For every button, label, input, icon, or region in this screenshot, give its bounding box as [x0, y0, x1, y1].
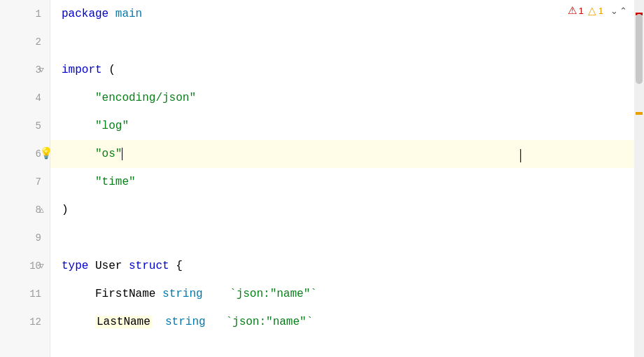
- warning-badge[interactable]: △ 1: [588, 4, 603, 17]
- fold-icon-3[interactable]: ▽: [39, 56, 44, 84]
- token-space: [155, 288, 162, 300]
- line-num-7: 7: [0, 168, 50, 196]
- navigation-arrows: ⌄ ⌃: [610, 6, 627, 16]
- fold-icon-10[interactable]: ▽: [39, 252, 44, 280]
- prev-issue-arrow[interactable]: ⌄: [610, 6, 618, 16]
- token-paren-close: ): [62, 204, 69, 216]
- scroll-warning-marker: [636, 112, 643, 115]
- token-paren-open: (: [102, 64, 115, 76]
- next-issue-arrow[interactable]: ⌃: [620, 6, 627, 16]
- token-user: User: [88, 260, 129, 272]
- token-brace-open: {: [169, 260, 183, 272]
- fold-icon-8[interactable]: △: [39, 196, 44, 224]
- line-num-9: 9: [0, 224, 50, 252]
- code-line-11: FirstName string `json:"name"`: [50, 280, 634, 308]
- token-firstname: FirstName: [95, 288, 155, 300]
- line-num-10: 10 ▽: [0, 252, 50, 280]
- token-type: type: [62, 260, 88, 272]
- code-line-8: ): [50, 196, 634, 224]
- token-time: "time": [95, 176, 136, 188]
- editor: ⚠ 1 △ 1 ⌄ ⌃ 1 2 3 ▽ 4 5 6 💡 7 8 △ 9: [0, 0, 644, 357]
- toolbar: ⚠ 1 △ 1 ⌄ ⌃: [568, 4, 627, 17]
- error-badge[interactable]: ⚠ 1: [568, 4, 584, 17]
- token-spaces3: [206, 316, 226, 328]
- line-num-1: 1: [0, 0, 50, 28]
- token-log: "log": [95, 120, 129, 132]
- text-cursor: [122, 148, 122, 160]
- code-line-5: "log": [50, 112, 634, 140]
- scrollbar-track[interactable]: [634, 0, 644, 357]
- code-line-10: type User struct {: [50, 252, 634, 280]
- token-os: "os": [95, 148, 122, 160]
- token-encoding-json: "encoding/json": [95, 92, 196, 104]
- token-package: package: [62, 8, 115, 20]
- warning-icon: △: [588, 4, 596, 17]
- token-spaces2: [152, 316, 165, 328]
- code-line-4: "encoding/json": [50, 84, 634, 112]
- code-line-6: "os" |: [50, 140, 634, 168]
- token-import: import: [62, 64, 102, 76]
- line-num-11: 11: [0, 280, 50, 308]
- error-count: 1: [579, 6, 584, 16]
- line-num-12: 12: [0, 308, 50, 336]
- line-num-2: 2: [0, 28, 50, 56]
- warning-count: 1: [598, 6, 603, 16]
- code-line-7: "time": [50, 168, 634, 196]
- ibeam-cursor: |: [519, 145, 522, 163]
- token-string-type-2: string: [165, 316, 206, 328]
- code-line-12: LastName string `json:"name"`: [50, 308, 634, 336]
- token-json-name-2: `json:"name"`: [225, 316, 313, 328]
- token-string-type-1: string: [162, 288, 203, 300]
- scrollbar-thumb[interactable]: [636, 14, 643, 84]
- token-lastname: LastName: [95, 316, 152, 328]
- line-num-5: 5: [0, 112, 50, 140]
- line-num-4: 4: [0, 84, 50, 112]
- line-num-6: 6 💡: [0, 140, 50, 168]
- code-line-1: package main: [50, 0, 634, 28]
- line-num-3: 3 ▽: [0, 56, 50, 84]
- code-area[interactable]: package main import ( "encoding/json" "l…: [50, 0, 634, 357]
- line-number-gutter: 1 2 3 ▽ 4 5 6 💡 7 8 △ 9 10 ▽ 11 12: [0, 0, 50, 357]
- token-struct: struct: [129, 260, 169, 272]
- token-main: main: [115, 8, 142, 20]
- error-icon: ⚠: [568, 4, 577, 17]
- code-line-3: import (: [50, 56, 634, 84]
- token-spaces: [203, 288, 230, 300]
- code-line-9: [50, 224, 634, 252]
- line-num-8: 8 △: [0, 196, 50, 224]
- code-line-2: [50, 28, 634, 56]
- token-json-name-1: `json:"name"`: [230, 288, 317, 300]
